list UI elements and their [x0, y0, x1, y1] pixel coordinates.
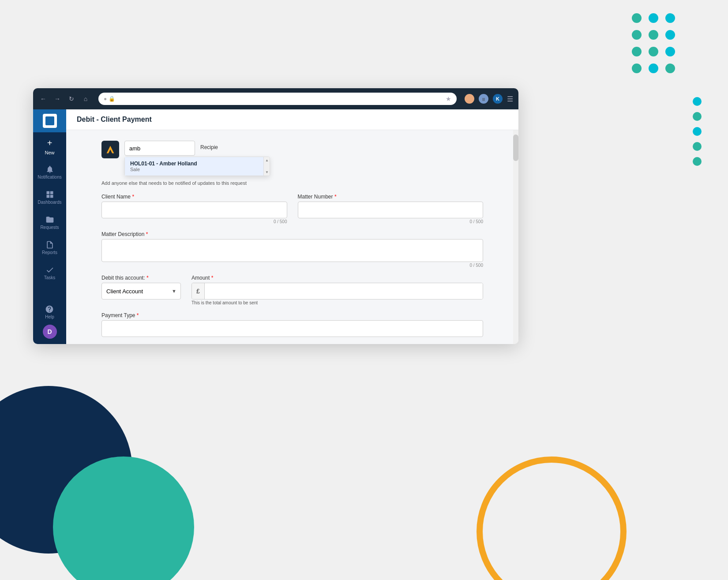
tasks-icon	[45, 266, 54, 274]
grid-icon	[45, 190, 54, 199]
client-name-required: *	[132, 194, 134, 200]
search-wrap: amb HOL01-01 - Amber Holland Sale ▲ ▼	[124, 141, 195, 156]
folder-icon	[45, 215, 54, 224]
scrollbar-track[interactable]	[513, 130, 518, 344]
matter-description-group: Matter Description * 0 / 500	[101, 231, 483, 268]
back-button[interactable]: ←	[38, 94, 48, 104]
address-bar[interactable]: ● 🔒 ★	[98, 93, 457, 105]
payment-type-group: Payment Type *	[101, 312, 483, 337]
sidebar-notifications-label: Notifications	[38, 175, 61, 180]
app-logo-icon	[104, 143, 116, 156]
browser-content: + New Notifications Dashboards Reque	[33, 109, 518, 344]
notification-text: Add anyone else that needs to be notifie…	[101, 180, 247, 186]
sidebar-item-tasks[interactable]: Tasks	[33, 263, 66, 283]
help-icon	[45, 305, 54, 314]
browser-window: ← → ↻ ⌂ ● 🔒 ★ ||| K ☰ + New	[33, 88, 518, 344]
logo-box	[43, 114, 57, 128]
debit-account-label: Debit this account: *	[101, 275, 181, 281]
scroll-down-arrow: ▼	[265, 170, 268, 174]
sidebar-reports-label: Reports	[42, 250, 57, 255]
amount-required: *	[211, 275, 214, 281]
amount-input[interactable]	[205, 283, 483, 299]
sidebar-item-dashboards[interactable]: Dashboards	[33, 187, 66, 207]
debit-account-select[interactable]: Client Account Office Account	[101, 283, 181, 299]
profile-icon[interactable]	[465, 94, 474, 104]
sidebar-item-new[interactable]: + New	[44, 137, 56, 155]
client-matter-row: Client Name * 0 / 500 Matter Number *	[101, 194, 483, 224]
recipient-dropdown[interactable]: HOL01-01 - Amber Holland Sale ▲ ▼	[124, 157, 270, 176]
browser-right-icons: ||| K ☰	[465, 94, 513, 104]
dropdown-item[interactable]: HOL01-01 - Amber Holland Sale	[125, 157, 263, 176]
home-button[interactable]: ⌂	[81, 94, 90, 104]
dropdown-code: HOL01-01 - Amber Holland	[130, 161, 258, 167]
sidebar-item-requests[interactable]: Requests	[33, 213, 66, 232]
dropdown-sub: Sale	[130, 167, 258, 172]
sidebar-item-notifications[interactable]: Notifications	[33, 162, 66, 182]
sidebar-logo	[33, 109, 66, 132]
sidebar-tasks-label: Tasks	[44, 275, 56, 280]
page-title: Debit - Client Payment	[77, 116, 152, 123]
sidebar-dashboards-label: Dashboards	[38, 200, 62, 205]
decorative-dots	[632, 13, 675, 73]
recipient-label: Recipie	[200, 144, 218, 150]
recipient-row: amb HOL01-01 - Amber Holland Sale ▲ ▼	[101, 141, 483, 158]
page-header: Debit - Client Payment	[66, 109, 518, 130]
matter-number-group: Matter Number * 0 / 500	[298, 194, 484, 224]
account-icon[interactable]: K	[493, 94, 503, 104]
payment-type-required: *	[137, 312, 139, 318]
matter-description-required: *	[146, 231, 148, 237]
bookmarks-icon[interactable]: |||	[479, 94, 488, 104]
bell-icon	[45, 165, 54, 174]
avatar-letter: D	[47, 328, 52, 335]
sidebar-requests-label: Requests	[40, 225, 59, 230]
amount-hint: This is the total amount to be sent	[191, 300, 483, 305]
notification-area: Add anyone else that needs to be notifie…	[101, 179, 483, 187]
browser-toolbar: ← → ↻ ⌂ ● 🔒 ★ ||| K ☰	[33, 88, 518, 109]
matter-number-label: Matter Number *	[298, 194, 484, 200]
security-icon: ● 🔒	[104, 96, 115, 102]
sidebar-help-label: Help	[45, 314, 54, 319]
client-name-label: Client Name *	[101, 194, 287, 200]
sidebar-new-label: New	[45, 150, 54, 155]
recipient-label-area: Recipie	[200, 144, 218, 150]
refresh-button[interactable]: ↻	[67, 94, 76, 104]
debit-amount-row: Debit this account: * Client Account Off…	[101, 275, 483, 305]
payment-type-label: Payment Type *	[101, 312, 483, 318]
sidebar: + New Notifications Dashboards Reque	[33, 109, 66, 344]
matter-description-count: 0 / 500	[101, 263, 483, 268]
matter-description-input[interactable]	[101, 239, 483, 262]
forward-button[interactable]: →	[53, 94, 62, 104]
amount-input-wrap: £	[191, 283, 483, 299]
scroll-up-arrow: ▲	[265, 158, 268, 162]
amount-group: Amount * £ This is the total amount to b…	[191, 275, 483, 305]
amount-prefix: £	[192, 283, 205, 299]
decorative-circle-orange	[477, 457, 627, 580]
sidebar-item-reports[interactable]: Reports	[33, 238, 66, 258]
payment-type-input[interactable]	[101, 320, 483, 337]
form-area: amb HOL01-01 - Amber Holland Sale ▲ ▼	[66, 130, 518, 344]
matter-number-required: *	[334, 194, 337, 200]
user-avatar[interactable]: D	[43, 325, 57, 339]
plus-icon: +	[44, 137, 56, 149]
debit-account-required: *	[146, 275, 149, 281]
dropdown-scrollbar[interactable]: ▲ ▼	[263, 157, 270, 176]
decorative-dots-right	[693, 97, 702, 166]
amount-label: Amount *	[191, 275, 483, 281]
client-name-input[interactable]	[101, 202, 287, 218]
sidebar-item-help[interactable]: Help	[45, 305, 54, 319]
recipient-search-input[interactable]: amb	[124, 141, 195, 156]
client-name-count: 0 / 500	[101, 219, 287, 224]
logo-inner	[45, 116, 54, 125]
matter-number-count: 0 / 500	[298, 219, 484, 224]
matter-description-label: Matter Description *	[101, 231, 483, 237]
debit-select-wrap: Client Account Office Account ▼	[101, 283, 181, 299]
scrollbar-thumb[interactable]	[513, 135, 518, 161]
debit-account-group: Debit this account: * Client Account Off…	[101, 275, 181, 305]
bookmark-icon[interactable]: ★	[446, 95, 451, 102]
main-content: Debit - Client Payment amb	[66, 109, 518, 344]
app-icon	[101, 141, 119, 158]
client-name-group: Client Name * 0 / 500	[101, 194, 287, 224]
matter-number-input[interactable]	[298, 202, 484, 218]
reports-icon	[45, 240, 54, 249]
menu-icon[interactable]: ☰	[507, 95, 513, 103]
